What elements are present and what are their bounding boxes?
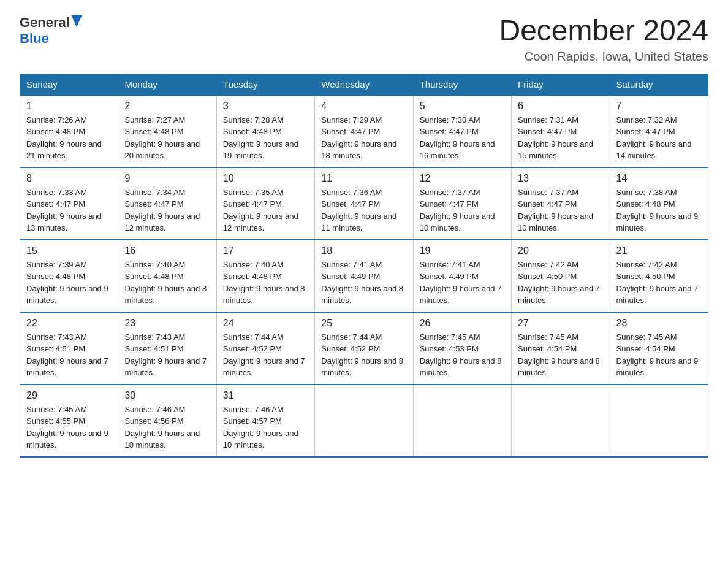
day-info: Sunrise: 7:29 AMSunset: 4:47 PMDaylight:… [321, 115, 396, 161]
table-row: 21 Sunrise: 7:42 AMSunset: 4:50 PMDaylig… [610, 240, 708, 312]
table-row: 24 Sunrise: 7:44 AMSunset: 4:52 PMDaylig… [216, 312, 314, 385]
calendar-week-row: 15 Sunrise: 7:39 AMSunset: 4:48 PMDaylig… [20, 240, 708, 312]
day-info: Sunrise: 7:38 AMSunset: 4:48 PMDaylight:… [616, 188, 699, 233]
day-info: Sunrise: 7:45 AMSunset: 4:54 PMDaylight:… [518, 332, 600, 378]
table-row: 17 Sunrise: 7:40 AMSunset: 4:48 PMDaylig… [216, 240, 314, 312]
day-info: Sunrise: 7:33 AMSunset: 4:47 PMDaylight:… [26, 188, 102, 233]
day-info: Sunrise: 7:42 AMSunset: 4:50 PMDaylight:… [616, 260, 699, 305]
table-row: 13 Sunrise: 7:37 AMSunset: 4:47 PMDaylig… [512, 167, 610, 240]
table-row: 6 Sunrise: 7:31 AMSunset: 4:47 PMDayligh… [512, 95, 610, 167]
col-sunday: Sunday [20, 74, 118, 95]
col-thursday: Thursday [413, 74, 511, 95]
calendar-week-row: 1 Sunrise: 7:26 AMSunset: 4:48 PMDayligh… [20, 95, 708, 167]
table-row: 29 Sunrise: 7:45 AMSunset: 4:55 PMDaylig… [20, 385, 118, 457]
day-number: 11 [321, 173, 406, 184]
day-info: Sunrise: 7:44 AMSunset: 4:52 PMDaylight:… [321, 332, 403, 378]
day-number: 6 [518, 101, 603, 112]
table-row: 11 Sunrise: 7:36 AMSunset: 4:47 PMDaylig… [315, 167, 413, 240]
table-row: 9 Sunrise: 7:34 AMSunset: 4:47 PMDayligh… [118, 167, 216, 240]
day-number: 2 [124, 101, 210, 112]
day-info: Sunrise: 7:26 AMSunset: 4:48 PMDaylight:… [26, 115, 102, 161]
table-row [413, 385, 511, 457]
table-row: 2 Sunrise: 7:27 AMSunset: 4:48 PMDayligh… [118, 95, 216, 167]
table-row: 14 Sunrise: 7:38 AMSunset: 4:48 PMDaylig… [610, 167, 708, 240]
day-number: 12 [420, 173, 505, 184]
table-row: 4 Sunrise: 7:29 AMSunset: 4:47 PMDayligh… [315, 95, 413, 167]
day-info: Sunrise: 7:46 AMSunset: 4:57 PMDaylight:… [223, 405, 298, 450]
table-row: 30 Sunrise: 7:46 AMSunset: 4:56 PMDaylig… [118, 385, 216, 457]
logo-general-text: General [20, 15, 70, 30]
table-row [512, 385, 610, 457]
col-wednesday: Wednesday [315, 74, 413, 95]
day-number: 8 [26, 173, 112, 184]
table-row [610, 385, 708, 457]
day-number: 28 [616, 318, 702, 329]
day-number: 23 [124, 318, 210, 329]
table-row: 15 Sunrise: 7:39 AMSunset: 4:48 PMDaylig… [20, 240, 118, 312]
day-info: Sunrise: 7:40 AMSunset: 4:48 PMDaylight:… [223, 260, 305, 305]
day-number: 4 [321, 101, 406, 112]
day-number: 21 [616, 245, 702, 256]
day-info: Sunrise: 7:43 AMSunset: 4:51 PMDaylight:… [26, 332, 108, 378]
day-info: Sunrise: 7:45 AMSunset: 4:53 PMDaylight:… [420, 332, 502, 378]
table-row: 27 Sunrise: 7:45 AMSunset: 4:54 PMDaylig… [512, 312, 610, 385]
day-number: 9 [124, 173, 210, 184]
day-number: 17 [223, 245, 308, 256]
day-info: Sunrise: 7:31 AMSunset: 4:47 PMDaylight:… [518, 115, 593, 161]
day-number: 20 [518, 245, 603, 256]
day-info: Sunrise: 7:43 AMSunset: 4:51 PMDaylight:… [124, 332, 207, 378]
calendar-week-row: 22 Sunrise: 7:43 AMSunset: 4:51 PMDaylig… [20, 312, 708, 385]
day-number: 3 [223, 101, 308, 112]
title-section: December 2024 Coon Rapids, Iowa, United … [499, 15, 708, 64]
day-info: Sunrise: 7:36 AMSunset: 4:47 PMDaylight:… [321, 188, 396, 233]
logo-blue-text: Blue [20, 31, 49, 47]
day-number: 29 [26, 390, 112, 401]
table-row: 22 Sunrise: 7:43 AMSunset: 4:51 PMDaylig… [20, 312, 118, 385]
table-row: 12 Sunrise: 7:37 AMSunset: 4:47 PMDaylig… [413, 167, 511, 240]
table-row: 3 Sunrise: 7:28 AMSunset: 4:48 PMDayligh… [216, 95, 314, 167]
day-number: 27 [518, 318, 603, 329]
day-number: 14 [616, 173, 702, 184]
calendar-week-row: 29 Sunrise: 7:45 AMSunset: 4:55 PMDaylig… [20, 385, 708, 457]
day-number: 31 [223, 390, 308, 401]
table-row: 20 Sunrise: 7:42 AMSunset: 4:50 PMDaylig… [512, 240, 610, 312]
day-info: Sunrise: 7:41 AMSunset: 4:49 PMDaylight:… [321, 260, 403, 305]
day-number: 13 [518, 173, 603, 184]
day-info: Sunrise: 7:28 AMSunset: 4:48 PMDaylight:… [223, 115, 298, 161]
calendar-header-row: Sunday Monday Tuesday Wednesday Thursday… [20, 74, 708, 95]
day-info: Sunrise: 7:44 AMSunset: 4:52 PMDaylight:… [223, 332, 305, 378]
logo-triangle-icon [71, 15, 82, 29]
day-info: Sunrise: 7:42 AMSunset: 4:50 PMDaylight:… [518, 260, 600, 305]
day-number: 1 [26, 101, 112, 112]
page-header: General Blue December 2024 Coon Rapids, … [20, 15, 708, 64]
day-number: 22 [26, 318, 112, 329]
table-row: 26 Sunrise: 7:45 AMSunset: 4:53 PMDaylig… [413, 312, 511, 385]
col-tuesday: Tuesday [216, 74, 314, 95]
day-info: Sunrise: 7:45 AMSunset: 4:55 PMDaylight:… [26, 405, 108, 450]
table-row: 8 Sunrise: 7:33 AMSunset: 4:47 PMDayligh… [20, 167, 118, 240]
table-row: 31 Sunrise: 7:46 AMSunset: 4:57 PMDaylig… [216, 385, 314, 457]
svg-marker-0 [71, 15, 82, 27]
calendar-week-row: 8 Sunrise: 7:33 AMSunset: 4:47 PMDayligh… [20, 167, 708, 240]
col-saturday: Saturday [610, 74, 708, 95]
day-number: 30 [124, 390, 210, 401]
day-info: Sunrise: 7:30 AMSunset: 4:47 PMDaylight:… [420, 115, 495, 161]
table-row: 7 Sunrise: 7:32 AMSunset: 4:47 PMDayligh… [610, 95, 708, 167]
logo: General Blue [20, 15, 82, 47]
table-row: 10 Sunrise: 7:35 AMSunset: 4:47 PMDaylig… [216, 167, 314, 240]
calendar-table: Sunday Monday Tuesday Wednesday Thursday… [20, 74, 708, 458]
day-info: Sunrise: 7:34 AMSunset: 4:47 PMDaylight:… [124, 188, 200, 233]
col-friday: Friday [512, 74, 610, 95]
day-number: 18 [321, 245, 406, 256]
table-row: 23 Sunrise: 7:43 AMSunset: 4:51 PMDaylig… [118, 312, 216, 385]
day-number: 16 [124, 245, 210, 256]
table-row: 28 Sunrise: 7:45 AMSunset: 4:54 PMDaylig… [610, 312, 708, 385]
day-info: Sunrise: 7:37 AMSunset: 4:47 PMDaylight:… [420, 188, 495, 233]
table-row: 5 Sunrise: 7:30 AMSunset: 4:47 PMDayligh… [413, 95, 511, 167]
day-number: 10 [223, 173, 308, 184]
table-row: 16 Sunrise: 7:40 AMSunset: 4:48 PMDaylig… [118, 240, 216, 312]
table-row: 25 Sunrise: 7:44 AMSunset: 4:52 PMDaylig… [315, 312, 413, 385]
day-number: 25 [321, 318, 406, 329]
table-row: 19 Sunrise: 7:41 AMSunset: 4:49 PMDaylig… [413, 240, 511, 312]
day-info: Sunrise: 7:45 AMSunset: 4:54 PMDaylight:… [616, 332, 699, 378]
